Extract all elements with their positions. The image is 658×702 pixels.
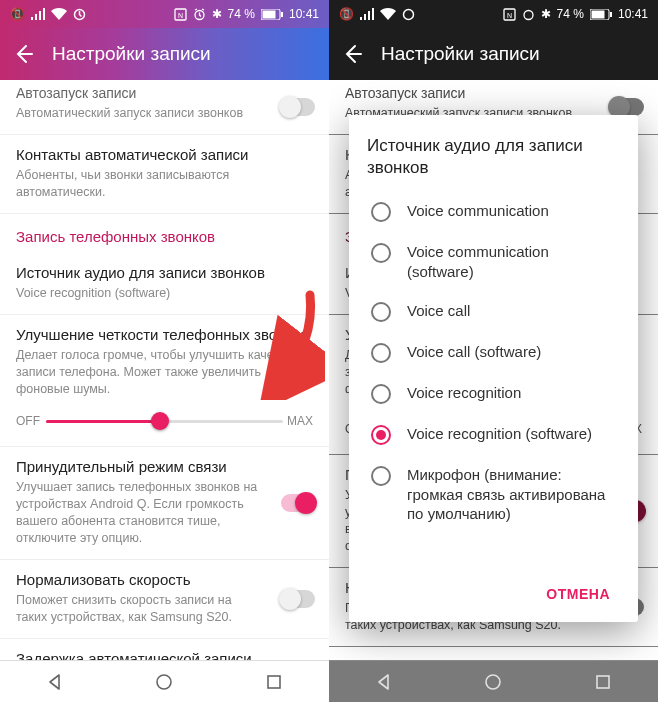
nav-home-icon[interactable] (483, 672, 503, 692)
wifi-icon (51, 8, 67, 20)
svg-text:N: N (178, 11, 183, 18)
svg-rect-14 (591, 10, 604, 18)
row-autostart[interactable]: Автозапуск записи Автоматический запуск … (0, 80, 329, 135)
clock: 10:41 (618, 7, 648, 21)
row-delay[interactable]: Задержка автоматической записи телефо.. … (0, 639, 329, 660)
dialog-option[interactable]: Voice communication (367, 191, 620, 232)
radio-icon (371, 425, 391, 445)
svg-rect-8 (268, 676, 280, 688)
back-icon[interactable] (14, 44, 34, 64)
row-title: Нормализовать скорость (16, 570, 313, 590)
battery-icon (590, 9, 612, 20)
svg-point-16 (486, 675, 500, 689)
dialog-options: Voice communicationVoice communication (… (367, 191, 620, 572)
option-label: Voice communication (407, 201, 549, 221)
row-title: Контакты автоматической записи (16, 145, 313, 165)
row-title: Принудительный режим связи (16, 457, 313, 477)
radio-icon (371, 302, 391, 322)
svg-rect-6 (281, 12, 283, 17)
clarity-slider-wrap: OFF MAX (0, 402, 329, 447)
row-audio-source[interactable]: Источник аудио для записи звонков Voice … (0, 253, 329, 315)
dialog-option[interactable]: Voice communication (software) (367, 232, 620, 291)
phone-left: 📵 N ✱ 74 % 10:41 Настройки записи Автоза… (0, 0, 329, 702)
clock: 10:41 (289, 7, 319, 21)
toggle-autostart (610, 98, 644, 116)
back-icon[interactable] (343, 44, 363, 64)
nav-bar (329, 660, 658, 702)
option-label: Voice call (407, 301, 470, 321)
radio-icon (371, 466, 391, 486)
svg-rect-17 (597, 676, 609, 688)
page-title: Настройки записи (381, 43, 540, 65)
dialog-title: Источник аудио для записи звонков (367, 135, 620, 179)
slider-min-label: OFF (16, 414, 46, 428)
nav-back-icon[interactable] (45, 672, 65, 692)
row-clarity: Улучшение четкости телефонных звонков Де… (0, 315, 329, 402)
no-sim-icon: 📵 (339, 7, 354, 21)
clarity-slider[interactable] (46, 412, 283, 430)
svg-text:N: N (507, 11, 512, 18)
svg-point-9 (404, 9, 414, 19)
row-sub: Voice recognition (software) (16, 285, 313, 302)
bluetooth-icon: ✱ (541, 7, 551, 21)
row-title: Источник аудио для записи звонков (16, 263, 313, 283)
svg-point-12 (524, 10, 533, 19)
nav-home-icon[interactable] (154, 672, 174, 692)
alarm-icon (193, 8, 206, 21)
rotation-lock-icon (402, 8, 415, 21)
nav-recent-icon[interactable] (593, 672, 613, 692)
radio-icon (371, 343, 391, 363)
option-label: Voice communication (software) (407, 242, 616, 281)
signal-icon (360, 8, 374, 20)
slider-max-label: MAX (283, 414, 313, 428)
row-normalize[interactable]: Нормализовать скорость Поможет снизить с… (0, 560, 329, 639)
wifi-icon (380, 8, 396, 20)
battery-pct: 74 % (228, 7, 255, 21)
settings-scroll[interactable]: Автозапуск записи Автоматический запуск … (0, 80, 329, 660)
battery-pct: 74 % (557, 7, 584, 21)
nav-back-icon[interactable] (374, 672, 394, 692)
toggle-normalize[interactable] (281, 590, 315, 608)
rotation-lock-icon (73, 8, 86, 21)
audio-source-dialog: Источник аудио для записи звонков Voice … (349, 115, 638, 622)
row-sub: Делает голоса громче, чтобы улучшить кач… (16, 347, 313, 398)
row-title: Задержка автоматической записи телефо.. (16, 649, 313, 660)
nfc-icon: N (503, 8, 516, 21)
phone-right: 📵 N ✱ 74 % 10:41 Настройки записи Автоза… (329, 0, 658, 702)
dialog-option[interactable]: Voice call (367, 291, 620, 332)
cancel-button[interactable]: ОТМЕНА (536, 578, 620, 610)
radio-icon (371, 384, 391, 404)
dialog-option[interactable]: Voice call (software) (367, 332, 620, 373)
toggle-autostart[interactable] (281, 98, 315, 116)
option-label: Voice recognition (407, 383, 521, 403)
nav-recent-icon[interactable] (264, 672, 284, 692)
page-title: Настройки записи (52, 43, 211, 65)
section-header: Запись телефонных звонков (0, 214, 329, 253)
dialog-option[interactable]: Voice recognition (367, 373, 620, 414)
dialog-option[interactable]: Voice recognition (software) (367, 414, 620, 455)
radio-icon (371, 202, 391, 222)
status-bar: 📵 N ✱ 74 % 10:41 (329, 0, 658, 28)
svg-point-7 (157, 675, 171, 689)
app-header: Настройки записи (329, 28, 658, 80)
row-sub: Улучшает запись телефонных звонков на ус… (16, 479, 313, 547)
row-sub: Абоненты, чьи звонки записываются автома… (16, 167, 313, 201)
option-label: Voice call (software) (407, 342, 541, 362)
dialog-option[interactable]: Микрофон (внимание: громкая связь активи… (367, 455, 620, 534)
svg-rect-15 (610, 12, 612, 17)
row-contacts[interactable]: Контакты автоматической записи Абоненты,… (0, 135, 329, 214)
row-title: Автозапуск записи (16, 84, 313, 103)
row-sub: Автоматический запуск записи звонков (16, 105, 313, 122)
nav-bar (0, 660, 329, 702)
option-label: Микрофон (внимание: громкая связь активи… (407, 465, 616, 524)
status-bar: 📵 N ✱ 74 % 10:41 (0, 0, 329, 28)
svg-rect-5 (262, 10, 275, 18)
battery-icon (261, 9, 283, 20)
radio-icon (371, 243, 391, 263)
signal-icon (31, 8, 45, 20)
toggle-forced[interactable] (281, 494, 315, 512)
row-title: Улучшение четкости телефонных звонков (16, 325, 313, 345)
row-forced-mode[interactable]: Принудительный режим связи Улучшает запи… (0, 447, 329, 560)
app-header: Настройки записи (0, 28, 329, 80)
nfc-icon: N (174, 8, 187, 21)
